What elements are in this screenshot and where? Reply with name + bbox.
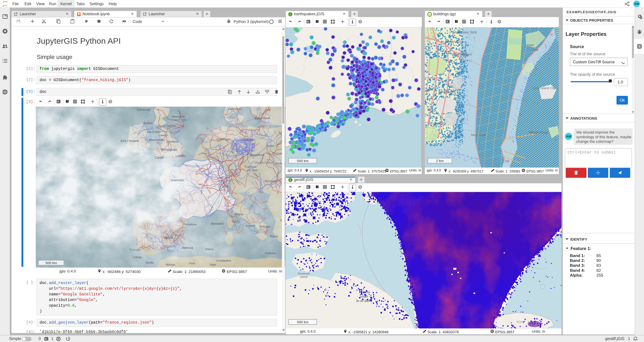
svg-text:500 km: 500 km: [297, 320, 308, 324]
svg-text:Upper: Upper: [525, 43, 534, 47]
svg-text:upon Tyne: upon Tyne: [173, 118, 186, 121]
svg-text:Side: Side: [532, 48, 538, 52]
svg-text:West New York: West New York: [452, 30, 477, 34]
svg-text:Hamburg: Hamburg: [241, 138, 253, 142]
svg-text:- Baffin: - Baffin: [360, 291, 370, 294]
svg-text:Deutschland: Deutschland: [254, 161, 273, 164]
svg-text:Lisboa: Lisboa: [132, 256, 142, 259]
svg-text:Poznań: Poznań: [273, 152, 283, 155]
svg-text:München: München: [265, 180, 276, 183]
svg-text:Pamplona: Pamplona: [184, 223, 196, 226]
svg-text:New York: New York: [471, 133, 486, 137]
svg-text:$_: $_: [45, 338, 48, 340]
svg-text:500 km: 500 km: [46, 261, 57, 265]
svg-text:Portugal: Portugal: [129, 248, 141, 252]
svg-text:Edinburgh: Edinburgh: [137, 108, 150, 111]
svg-text:2: 2: [548, 57, 550, 60]
svg-text:2 km: 2 km: [436, 159, 444, 163]
svg-text:Île de Baffin: Île de Baffin: [356, 299, 372, 303]
svg-text:Island: Island: [300, 275, 308, 279]
svg-text:Union City: Union City: [446, 39, 463, 44]
svg-text:Groningen: Groningen: [216, 138, 230, 141]
svg-text:7: 7: [520, 113, 521, 116]
svg-text:Ísland: Ísland: [516, 320, 524, 324]
svg-text:Frankfurt: Frankfurt: [245, 165, 256, 168]
svg-text:Magdeburg: Magdeburg: [250, 153, 264, 156]
svg-text:Sheffield: Sheffield: [167, 140, 178, 143]
svg-text:Guernsey: Guernsey: [171, 178, 184, 182]
svg-text:Valencia: Valencia: [182, 246, 193, 250]
svg-text:Sevilla: Sevilla: [146, 261, 154, 264]
svg-text:Island -: Island -: [360, 295, 370, 298]
svg-text:14: 14: [550, 33, 552, 36]
svg-text:$_: $_: [307, 186, 310, 189]
svg-text:Isle of Man: Isle of Man: [147, 130, 161, 134]
svg-text:Madrid: Madrid: [164, 236, 173, 240]
svg-text:am Main: am Main: [247, 169, 258, 172]
svg-text:Great Britain: Great Britain: [158, 124, 176, 127]
svg-text:København: København: [255, 116, 270, 120]
svg-text:Alger: Alger: [210, 263, 216, 266]
svg-text:Genova: Genova: [245, 224, 256, 227]
svg-text:$_: $_: [57, 100, 60, 103]
svg-text:Torino: Torino: [232, 220, 240, 223]
svg-text:Roma: Roma: [270, 235, 278, 238]
svg-text:France: France: [218, 184, 228, 188]
svg-text:Birmingham: Birmingham: [161, 148, 177, 151]
svg-text:$_: $_: [307, 20, 310, 23]
svg-text:0: 0: [536, 68, 537, 71]
svg-text:Somerset: Somerset: [298, 272, 310, 275]
svg-text:London: London: [176, 154, 186, 158]
svg-text:500 km: 500 km: [297, 159, 308, 163]
svg-text:Berlin: Berlin: [267, 144, 274, 148]
svg-text:Palermo: Palermo: [265, 252, 276, 255]
svg-text:Williamsburg: Williamsburg: [528, 130, 548, 134]
svg-text:Danmark: Danmark: [228, 107, 241, 111]
svg-text:Marseille: Marseille: [211, 222, 223, 225]
svg-text:5: 5: [513, 140, 514, 143]
svg-text:Eire / Ireland: Eire / Ireland: [120, 139, 139, 143]
svg-text:Newcastle: Newcastle: [172, 115, 185, 118]
svg-text:Oran: Oran: [189, 262, 195, 265]
svg-text:Málaga: Málaga: [166, 263, 175, 266]
svg-text:Jersey City: Jersey City: [428, 121, 446, 125]
svg-text:Palma: Palma: [206, 248, 214, 251]
svg-text:Bologna: Bologna: [260, 225, 270, 228]
svg-text:Constantine: Constantine: [216, 259, 231, 262]
svg-text:298: 298: [505, 160, 509, 163]
svg-text:Weehawken: Weehawken: [452, 52, 472, 56]
svg-text:Long Island City: Long Island City: [532, 86, 556, 90]
svg-text:Belfast: Belfast: [144, 121, 152, 125]
svg-text:Hoboken: Hoboken: [440, 90, 454, 94]
svg-text:Cardiff: Cardiff: [155, 156, 164, 159]
svg-text:España: España: [164, 245, 176, 248]
svg-text:Milano: Milano: [234, 213, 243, 216]
svg-text:3: 3: [555, 138, 556, 141]
svg-text:Manchester: Manchester: [149, 138, 165, 142]
svg-text:Leeds: Leeds: [159, 134, 166, 137]
svg-text:$_: $_: [446, 20, 449, 23]
